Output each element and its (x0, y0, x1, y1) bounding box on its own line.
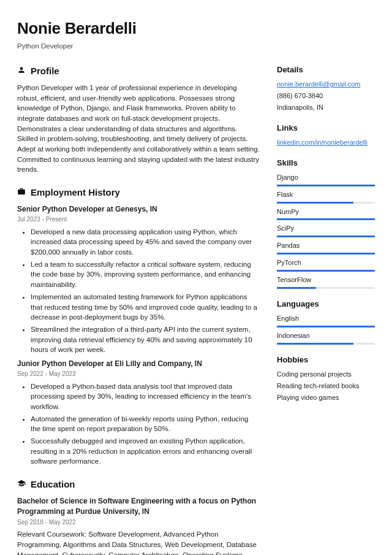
education-description: Relevant Coursework: Software Developmen… (17, 529, 260, 555)
email-link[interactable]: nonie.berardelli@gmail.com (277, 80, 361, 88)
skill-item: Django (277, 173, 375, 186)
skill-item: TensorFlow (277, 275, 375, 289)
job-dates: Sep 2022 - May 2023 (17, 370, 260, 379)
employment-heading-text: Employment History (31, 186, 120, 199)
hobbies-heading: Hobbies (277, 354, 375, 366)
language-bar (277, 343, 375, 345)
hobbies-section: Hobbies Coding personal projectsReading … (277, 354, 375, 403)
profile-heading-text: Profile (31, 64, 59, 78)
employment-heading: Employment History (17, 186, 260, 199)
briefcase-icon (17, 186, 26, 199)
skill-name: Pandas (277, 241, 375, 251)
job-bullet: Implemented an automated testing framewo… (31, 292, 260, 323)
skill-name: SciPy (277, 224, 375, 234)
skill-bar-fill (277, 235, 375, 237)
job-bullet: Successfully debugged and improved an ex… (31, 436, 260, 467)
education-heading-text: Education (31, 478, 75, 491)
languages-list: EnglishIndonesian (277, 314, 375, 345)
hobby-item: Reading tech-related books (277, 381, 375, 391)
job-title: Junior Python Developer at Eli Lilly and… (17, 359, 260, 369)
skill-bar-fill (277, 253, 375, 255)
language-name: Indonesian (277, 331, 375, 341)
links-section: Links linkedin.com/in/nonieberardelli (277, 123, 375, 148)
education-heading: Education (17, 478, 260, 491)
job-bullet: Streamlined the integration of a third-p… (31, 324, 260, 355)
hobby-item: Coding personal projects (277, 370, 375, 380)
profile-heading: Profile (17, 64, 260, 78)
skill-bar (277, 185, 375, 186)
job-title-header: Python Developer (17, 41, 375, 52)
skill-name: TensorFlow (277, 275, 375, 285)
skill-item: PyTorch (277, 258, 375, 272)
job-bullets: Developed a new data processing applicat… (17, 227, 260, 355)
skill-item: Pandas (277, 241, 375, 255)
skill-bar (277, 253, 375, 255)
skill-bar (277, 270, 375, 272)
jobs-list: Senior Python Developer at Genesys, INJu… (17, 204, 260, 467)
job-entry: Junior Python Developer at Eli Lilly and… (17, 359, 260, 467)
phone-text: (886) 670-3840 (277, 91, 375, 101)
job-dates: Jul 2023 - Present (17, 215, 260, 224)
location-text: Indianapolis, IN (277, 103, 375, 113)
sidebar: Details nonie.berardelli@gmail.com (886)… (277, 64, 375, 555)
skill-item: SciPy (277, 224, 375, 237)
language-bar-fill (277, 326, 375, 327)
header: Nonie Berardelli Python Developer (17, 17, 375, 51)
skill-bar (277, 287, 375, 289)
skill-name: Flask (277, 190, 375, 200)
links-heading: Links (277, 123, 375, 134)
education-degree: Bachelor of Science in Software Engineer… (17, 496, 260, 518)
hobby-item: Playing video games (277, 393, 375, 403)
language-item: English (277, 314, 375, 327)
skills-heading: Skills (277, 158, 375, 169)
graduation-cap-icon (17, 478, 26, 491)
full-name: Nonie Berardelli (17, 17, 375, 40)
language-name: English (277, 314, 375, 324)
person-icon (17, 64, 26, 78)
job-entry: Senior Python Developer at Genesys, INJu… (17, 204, 260, 355)
language-bar (277, 326, 375, 327)
profile-text: Python Developer with 1 year of professi… (17, 83, 260, 175)
skills-section: Skills DjangoFlaskNumPySciPyPandasPyTorc… (277, 158, 375, 289)
education-dates: Sep 2018 - May 2022 (17, 518, 260, 527)
content-columns: Profile Python Developer with 1 year of … (17, 64, 375, 555)
skill-bar (277, 202, 375, 204)
skill-bar (277, 218, 375, 220)
details-section: Details nonie.berardelli@gmail.com (886)… (277, 64, 375, 113)
language-item: Indonesian (277, 331, 375, 345)
skill-item: Flask (277, 190, 375, 204)
main-column: Profile Python Developer with 1 year of … (17, 64, 260, 555)
skill-bar-fill (277, 202, 353, 204)
languages-section: Languages EnglishIndonesian (277, 299, 375, 345)
skill-name: PyTorch (277, 258, 375, 268)
language-bar-fill (277, 343, 353, 345)
skill-bar-fill (277, 218, 375, 220)
skills-list: DjangoFlaskNumPySciPyPandasPyTorchTensor… (277, 173, 375, 289)
job-bullet: Automated the generation of bi-weekly re… (31, 414, 260, 434)
external-link[interactable]: linkedin.com/in/nonieberardelli (277, 139, 368, 146)
job-bullet: Developed a Python-based data analysis t… (31, 381, 260, 412)
hobbies-list: Coding personal projectsReading tech-rel… (277, 370, 375, 403)
job-bullet: Led a team to successfully refactor a cr… (31, 259, 260, 290)
job-bullet: Developed a new data processing applicat… (31, 227, 260, 258)
employment-section: Employment History Senior Python Develop… (17, 186, 260, 467)
languages-heading: Languages (277, 299, 375, 310)
job-title: Senior Python Developer at Genesys, IN (17, 204, 260, 215)
skill-item: NumPy (277, 207, 375, 221)
skill-bar-fill (277, 270, 375, 272)
skill-name: Django (277, 173, 375, 183)
job-bullets: Developed a Python-based data analysis t… (17, 381, 260, 467)
skill-bar (277, 235, 375, 237)
details-heading: Details (277, 64, 375, 76)
profile-section: Profile Python Developer with 1 year of … (17, 64, 260, 175)
skill-bar-fill (277, 287, 316, 289)
links-list: linkedin.com/in/nonieberardelli (277, 138, 375, 148)
skill-name: NumPy (277, 207, 375, 217)
education-section: Education Bachelor of Science in Softwar… (17, 478, 260, 555)
skill-bar-fill (277, 185, 375, 186)
